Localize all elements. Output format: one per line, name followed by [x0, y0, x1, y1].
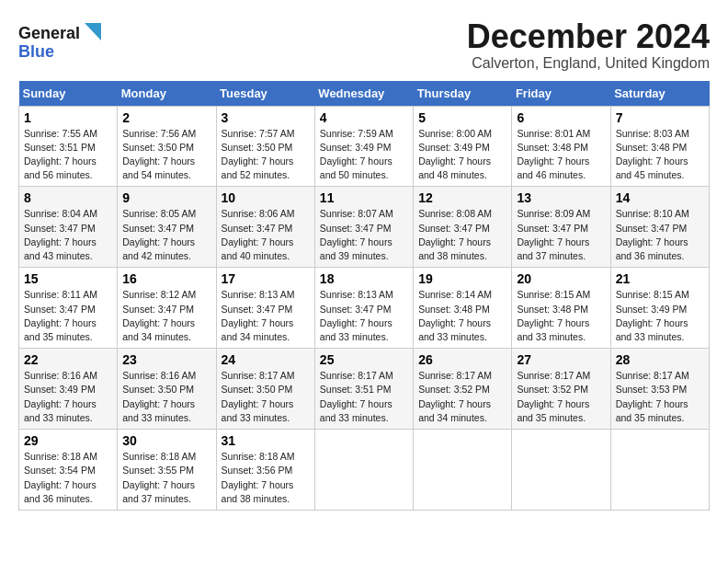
- day-info: Sunrise: 8:04 AMSunset: 3:47 PMDaylight:…: [24, 207, 112, 263]
- calendar-cell: 23Sunrise: 8:16 AMSunset: 3:50 PMDayligh…: [118, 349, 216, 430]
- day-info: Sunrise: 8:14 AMSunset: 3:48 PMDaylight:…: [418, 288, 506, 344]
- calendar-cell: 21Sunrise: 8:15 AMSunset: 3:49 PMDayligh…: [610, 268, 709, 349]
- calendar-week-row: 8Sunrise: 8:04 AMSunset: 3:47 PMDaylight…: [19, 187, 710, 268]
- calendar-cell: 18Sunrise: 8:13 AMSunset: 3:47 PMDayligh…: [314, 268, 413, 349]
- day-info: Sunrise: 8:18 AMSunset: 3:55 PMDaylight:…: [122, 450, 210, 506]
- svg-marker-1: [85, 23, 101, 40]
- day-info: Sunrise: 8:17 AMSunset: 3:51 PMDaylight:…: [320, 369, 408, 425]
- logo: General Blue: [18, 18, 101, 64]
- calendar-cell: 6Sunrise: 8:01 AMSunset: 3:48 PMDaylight…: [512, 106, 610, 187]
- day-info: Sunrise: 8:03 AMSunset: 3:48 PMDaylight:…: [616, 127, 704, 183]
- calendar-cell: 1Sunrise: 7:55 AMSunset: 3:51 PMDaylight…: [19, 106, 118, 187]
- calendar-cell: 16Sunrise: 8:12 AMSunset: 3:47 PMDayligh…: [118, 268, 216, 349]
- calendar-cell: 13Sunrise: 8:09 AMSunset: 3:47 PMDayligh…: [512, 187, 610, 268]
- calendar-cell: 28Sunrise: 8:17 AMSunset: 3:53 PMDayligh…: [610, 349, 709, 430]
- day-number: 26: [418, 352, 506, 367]
- day-info: Sunrise: 8:18 AMSunset: 3:54 PMDaylight:…: [24, 450, 112, 506]
- day-info: Sunrise: 8:00 AMSunset: 3:49 PMDaylight:…: [418, 127, 506, 183]
- column-header-monday: Monday: [118, 81, 216, 107]
- day-info: Sunrise: 7:57 AMSunset: 3:50 PMDaylight:…: [222, 127, 310, 183]
- calendar-cell: 5Sunrise: 8:00 AMSunset: 3:49 PMDaylight…: [414, 106, 512, 187]
- location-title: Calverton, England, United Kingdom: [467, 55, 710, 72]
- day-info: Sunrise: 8:15 AMSunset: 3:49 PMDaylight:…: [616, 288, 704, 344]
- column-header-friday: Friday: [512, 81, 610, 107]
- column-header-wednesday: Wednesday: [314, 81, 413, 107]
- day-number: 22: [24, 352, 112, 367]
- day-info: Sunrise: 8:05 AMSunset: 3:47 PMDaylight:…: [122, 207, 210, 263]
- day-number: 5: [418, 110, 506, 125]
- day-number: 21: [616, 271, 704, 286]
- calendar-cell: 27Sunrise: 8:17 AMSunset: 3:52 PMDayligh…: [512, 349, 610, 430]
- calendar-cell: 22Sunrise: 8:16 AMSunset: 3:49 PMDayligh…: [19, 349, 118, 430]
- logo-svg: General Blue: [18, 18, 101, 64]
- day-info: Sunrise: 8:17 AMSunset: 3:52 PMDaylight:…: [517, 369, 605, 425]
- day-number: 13: [517, 190, 605, 205]
- day-info: Sunrise: 8:07 AMSunset: 3:47 PMDaylight:…: [320, 207, 408, 263]
- day-number: 12: [418, 190, 506, 205]
- calendar-cell: 8Sunrise: 8:04 AMSunset: 3:47 PMDaylight…: [19, 187, 118, 268]
- day-number: 30: [122, 433, 210, 448]
- day-number: 19: [418, 271, 506, 286]
- day-info: Sunrise: 8:12 AMSunset: 3:47 PMDaylight:…: [122, 288, 210, 344]
- day-number: 23: [122, 352, 210, 367]
- calendar-week-row: 29Sunrise: 8:18 AMSunset: 3:54 PMDayligh…: [19, 430, 710, 511]
- day-info: Sunrise: 8:17 AMSunset: 3:50 PMDaylight:…: [222, 369, 310, 425]
- svg-text:General: General: [18, 24, 80, 42]
- calendar-cell: 3Sunrise: 7:57 AMSunset: 3:50 PMDaylight…: [216, 106, 314, 187]
- day-info: Sunrise: 8:16 AMSunset: 3:50 PMDaylight:…: [122, 369, 210, 425]
- day-number: 31: [222, 433, 310, 448]
- calendar-cell: 24Sunrise: 8:17 AMSunset: 3:50 PMDayligh…: [216, 349, 314, 430]
- day-info: Sunrise: 8:08 AMSunset: 3:47 PMDaylight:…: [418, 207, 506, 263]
- day-number: 27: [517, 352, 605, 367]
- day-info: Sunrise: 8:18 AMSunset: 3:56 PMDaylight:…: [222, 450, 310, 506]
- day-number: 3: [222, 110, 310, 125]
- day-info: Sunrise: 8:11 AMSunset: 3:47 PMDaylight:…: [24, 288, 112, 344]
- calendar-cell: [512, 430, 610, 511]
- day-info: Sunrise: 8:16 AMSunset: 3:49 PMDaylight:…: [24, 369, 112, 425]
- calendar-cell: 12Sunrise: 8:08 AMSunset: 3:47 PMDayligh…: [414, 187, 512, 268]
- day-info: Sunrise: 7:56 AMSunset: 3:50 PMDaylight:…: [122, 127, 210, 183]
- day-number: 29: [24, 433, 112, 448]
- column-header-sunday: Sunday: [19, 81, 118, 107]
- calendar-cell: 31Sunrise: 8:18 AMSunset: 3:56 PMDayligh…: [216, 430, 314, 511]
- month-title: December 2024: [467, 18, 710, 55]
- day-info: Sunrise: 8:13 AMSunset: 3:47 PMDaylight:…: [320, 288, 408, 344]
- calendar-table: SundayMondayTuesdayWednesdayThursdayFrid…: [18, 81, 710, 511]
- day-number: 14: [616, 190, 704, 205]
- calendar-cell: [610, 430, 709, 511]
- day-info: Sunrise: 8:17 AMSunset: 3:52 PMDaylight:…: [418, 369, 506, 425]
- day-number: 17: [222, 271, 310, 286]
- calendar-cell: 30Sunrise: 8:18 AMSunset: 3:55 PMDayligh…: [118, 430, 216, 511]
- calendar-cell: 4Sunrise: 7:59 AMSunset: 3:49 PMDaylight…: [314, 106, 413, 187]
- title-block: December 2024 Calverton, England, United…: [467, 18, 710, 72]
- day-number: 18: [320, 271, 408, 286]
- day-info: Sunrise: 8:17 AMSunset: 3:53 PMDaylight:…: [616, 369, 704, 425]
- calendar-cell: 17Sunrise: 8:13 AMSunset: 3:47 PMDayligh…: [216, 268, 314, 349]
- day-number: 8: [24, 190, 112, 205]
- calendar-cell: 9Sunrise: 8:05 AMSunset: 3:47 PMDaylight…: [118, 187, 216, 268]
- calendar-week-row: 15Sunrise: 8:11 AMSunset: 3:47 PMDayligh…: [19, 268, 710, 349]
- day-info: Sunrise: 7:59 AMSunset: 3:49 PMDaylight:…: [320, 127, 408, 183]
- column-header-tuesday: Tuesday: [216, 81, 314, 107]
- day-number: 15: [24, 271, 112, 286]
- column-header-thursday: Thursday: [414, 81, 512, 107]
- day-number: 11: [320, 190, 408, 205]
- day-number: 28: [616, 352, 704, 367]
- calendar-cell: 14Sunrise: 8:10 AMSunset: 3:47 PMDayligh…: [610, 187, 709, 268]
- day-number: 4: [320, 110, 408, 125]
- column-header-saturday: Saturday: [610, 81, 709, 107]
- day-number: 9: [122, 190, 210, 205]
- page-header: General Blue December 2024 Calverton, En…: [18, 18, 710, 72]
- calendar-cell: [414, 430, 512, 511]
- day-number: 16: [122, 271, 210, 286]
- calendar-cell: 19Sunrise: 8:14 AMSunset: 3:48 PMDayligh…: [414, 268, 512, 349]
- day-number: 1: [24, 110, 112, 125]
- day-info: Sunrise: 8:15 AMSunset: 3:48 PMDaylight:…: [517, 288, 605, 344]
- calendar-cell: [314, 430, 413, 511]
- calendar-cell: 15Sunrise: 8:11 AMSunset: 3:47 PMDayligh…: [19, 268, 118, 349]
- day-number: 6: [517, 110, 605, 125]
- calendar-cell: 26Sunrise: 8:17 AMSunset: 3:52 PMDayligh…: [414, 349, 512, 430]
- day-info: Sunrise: 8:13 AMSunset: 3:47 PMDaylight:…: [222, 288, 310, 344]
- day-info: Sunrise: 8:10 AMSunset: 3:47 PMDaylight:…: [616, 207, 704, 263]
- day-number: 20: [517, 271, 605, 286]
